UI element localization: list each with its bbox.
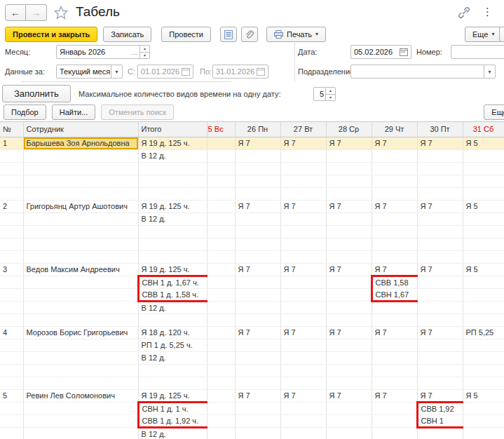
cell-employee[interactable] bbox=[23, 212, 138, 225]
cell-day[interactable] bbox=[280, 276, 326, 288]
cell-day[interactable] bbox=[207, 389, 235, 402]
cell-day[interactable]: Я 7 bbox=[280, 263, 326, 276]
cell-day[interactable] bbox=[207, 225, 235, 238]
column-header-day[interactable]: 28 Ср bbox=[326, 122, 372, 137]
cell-day[interactable] bbox=[417, 351, 463, 364]
cell-day[interactable] bbox=[326, 276, 372, 288]
cell-day[interactable] bbox=[463, 377, 504, 389]
cell-day[interactable] bbox=[372, 175, 417, 187]
date-field[interactable]: 05.02.2026 bbox=[350, 45, 411, 59]
cell-day[interactable]: Я 7 bbox=[280, 389, 326, 402]
cell-day[interactable] bbox=[235, 187, 280, 200]
cell-day[interactable] bbox=[417, 149, 463, 162]
cell-day[interactable] bbox=[372, 162, 417, 175]
cell-day[interactable] bbox=[326, 414, 372, 427]
cell-day[interactable] bbox=[372, 351, 417, 364]
cell-day[interactable] bbox=[372, 187, 417, 200]
cell-day[interactable] bbox=[417, 339, 463, 351]
cell-day[interactable] bbox=[326, 187, 372, 200]
cell-day[interactable] bbox=[463, 162, 504, 175]
cell-day[interactable]: Я 7 bbox=[326, 200, 372, 212]
cell-day[interactable]: Я 7 bbox=[417, 389, 463, 402]
cell-day[interactable]: Я 7 bbox=[372, 200, 417, 212]
cell-day[interactable] bbox=[326, 250, 372, 263]
cell-day[interactable] bbox=[463, 187, 504, 200]
column-header-day[interactable]: 26 Пн bbox=[235, 122, 280, 137]
forward-button[interactable]: → bbox=[26, 4, 47, 21]
cell-employee[interactable] bbox=[23, 238, 138, 250]
cell-day[interactable] bbox=[326, 212, 372, 225]
cell-day[interactable] bbox=[235, 288, 280, 301]
cell-day[interactable] bbox=[372, 377, 417, 389]
cell-employee[interactable] bbox=[23, 187, 138, 200]
cell-itogo[interactable]: Я 18 д. 120 ч. bbox=[138, 326, 207, 339]
cell-day[interactable] bbox=[463, 288, 504, 301]
cell-day[interactable] bbox=[280, 225, 326, 238]
column-header[interactable]: Итого bbox=[138, 122, 207, 137]
cell-itogo[interactable] bbox=[138, 313, 207, 326]
cell-day[interactable] bbox=[326, 288, 372, 301]
cell-employee[interactable] bbox=[23, 301, 138, 313]
cell-day[interactable] bbox=[207, 288, 235, 301]
cell-itogo[interactable]: РП 1 д. 5,25 ч. bbox=[138, 339, 207, 351]
cell-day[interactable] bbox=[207, 427, 235, 439]
cell-itogo[interactable]: Я 19 д. 125 ч. bbox=[138, 200, 207, 212]
cell-day[interactable] bbox=[463, 276, 504, 288]
column-header-day[interactable]: 25 Вс bbox=[207, 122, 235, 137]
cell-day[interactable] bbox=[280, 402, 326, 414]
dropdown-caret-icon[interactable]: ▾ bbox=[484, 65, 495, 78]
cell-day[interactable] bbox=[372, 250, 417, 263]
cell-day[interactable] bbox=[207, 377, 235, 389]
cell-day[interactable] bbox=[235, 175, 280, 187]
cell-employee[interactable] bbox=[23, 339, 138, 351]
cell-day[interactable]: Я 7 bbox=[372, 326, 417, 339]
cell-day[interactable]: Я 7 bbox=[235, 200, 280, 212]
cell-day[interactable] bbox=[280, 339, 326, 351]
cell-day[interactable] bbox=[280, 377, 326, 389]
cell-day[interactable] bbox=[372, 313, 417, 326]
month-field[interactable]: Январь 2026 ... ▴ ▾ bbox=[56, 45, 150, 59]
cell-day[interactable]: СВН 1 bbox=[417, 414, 463, 427]
cell-employee[interactable]: Григорьянц Артур Ашотович bbox=[23, 200, 138, 212]
number-field[interactable] bbox=[451, 45, 504, 59]
cell-itogo[interactable]: СВВ 1 д. 1,58 ч. bbox=[138, 288, 207, 301]
cell-day[interactable]: РП 5,25 bbox=[463, 326, 504, 339]
cell-day[interactable] bbox=[417, 212, 463, 225]
cell-row-number[interactable] bbox=[0, 414, 23, 427]
cell-day[interactable] bbox=[372, 238, 417, 250]
column-header-day[interactable]: 27 Вт bbox=[280, 122, 326, 137]
data-for-select[interactable]: Текущий меся ▾ bbox=[56, 65, 123, 79]
cell-day[interactable] bbox=[417, 187, 463, 200]
cell-day[interactable]: Я 7 bbox=[235, 137, 280, 149]
spin-up-icon[interactable]: ▴ bbox=[140, 46, 149, 53]
cell-day[interactable]: Я 7 bbox=[326, 326, 372, 339]
cell-row-number[interactable]: 1 bbox=[0, 137, 23, 149]
cell-itogo[interactable] bbox=[138, 238, 207, 250]
cell-day[interactable] bbox=[207, 250, 235, 263]
cell-day[interactable] bbox=[463, 225, 504, 238]
cell-day[interactable] bbox=[417, 276, 463, 288]
cell-row-number[interactable] bbox=[0, 212, 23, 225]
cell-row-number[interactable] bbox=[0, 250, 23, 263]
cell-day[interactable]: Я 5 bbox=[463, 200, 504, 212]
cell-day[interactable]: Я 7 bbox=[417, 137, 463, 149]
cell-day[interactable] bbox=[235, 225, 280, 238]
max-types-field[interactable]: 5 ▴ ▾ bbox=[313, 87, 336, 101]
cell-row-number[interactable] bbox=[0, 377, 23, 389]
cell-day[interactable]: СВВ 1,58 bbox=[372, 276, 417, 288]
cell-row-number[interactable]: 2 bbox=[0, 200, 23, 212]
cell-day[interactable] bbox=[326, 225, 372, 238]
cell-day[interactable] bbox=[326, 427, 372, 439]
cell-row-number[interactable] bbox=[0, 301, 23, 313]
cell-day[interactable]: Я 7 bbox=[417, 200, 463, 212]
cell-day[interactable]: СВН 1,67 bbox=[372, 288, 417, 301]
cell-day[interactable] bbox=[417, 301, 463, 313]
cell-itogo[interactable] bbox=[138, 225, 207, 238]
cell-employee[interactable]: Барышева Зоя Арнольдовна bbox=[23, 137, 138, 149]
cell-day[interactable] bbox=[207, 200, 235, 212]
cell-day[interactable] bbox=[372, 301, 417, 313]
cell-day[interactable] bbox=[372, 427, 417, 439]
cell-itogo[interactable] bbox=[138, 377, 207, 389]
cell-day[interactable] bbox=[235, 238, 280, 250]
cell-day[interactable] bbox=[417, 238, 463, 250]
